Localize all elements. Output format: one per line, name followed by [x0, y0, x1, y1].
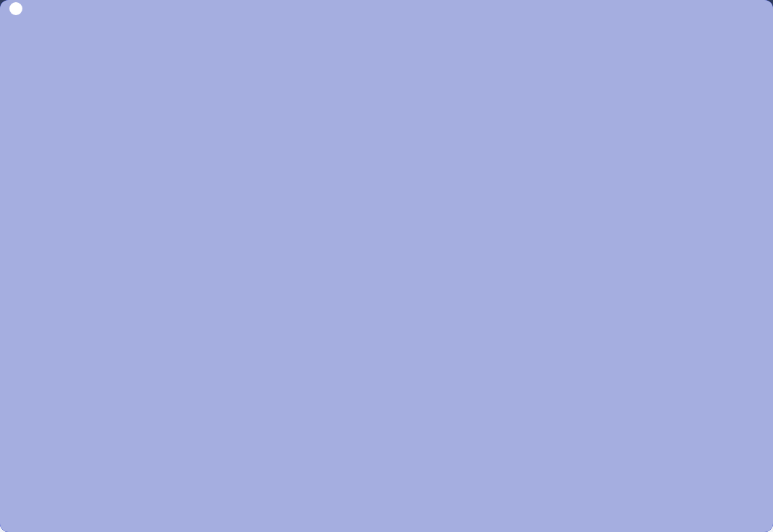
purchase-orders-header: Purchase Orders Configure the preferable…	[43, 279, 730, 319]
setting-row-purchase-orders: Purchase Orders Configure the preferable…	[23, 279, 750, 481]
settings-card: Warehouse Requests Enables the processin…	[23, 136, 750, 481]
page-content: Basic Settings Information Documents Set…	[0, 32, 773, 502]
